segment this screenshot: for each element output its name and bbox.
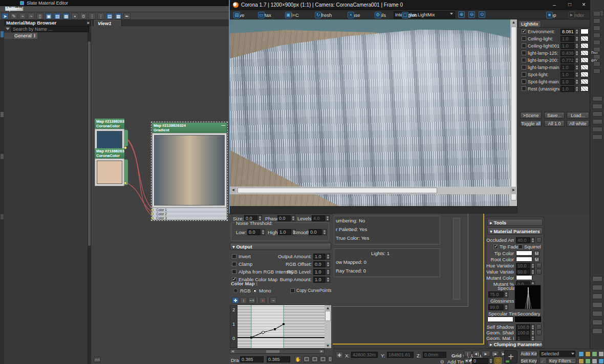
invert-checkbox[interactable] [232,254,236,259]
lightmix-color-swatch[interactable] [580,36,589,41]
smooth-field[interactable]: 0.0 [309,229,322,235]
lightmix-intensity-field[interactable]: 1.0 [560,86,574,92]
curve-point[interactable] [262,331,265,334]
status-tool-icon[interactable] [598,351,604,357]
lightmix-intensity-field[interactable]: 1.0 [560,43,574,49]
scrollbar-thumb[interactable] [511,27,516,200]
lightmix-checkbox[interactable] [522,72,526,77]
set-key-button[interactable]: Set Key [520,358,537,364]
status-tool-icon[interactable] [578,358,584,364]
mutant-color-swatch[interactable] [516,275,532,280]
node-collapse-icon[interactable]: — [222,123,226,127]
zoom-in-icon[interactable]: ⊕ [458,11,465,18]
transform-typein-icon[interactable]: ✚ [336,352,343,358]
lightmix-save--button[interactable]: Save... [544,112,565,119]
dialog-scrollbar[interactable] [453,218,460,300]
spinner[interactable] [531,263,535,269]
gradient-preview[interactable] [154,135,225,206]
map-button[interactable]: M [534,251,540,256]
lightmix-color-swatch[interactable] [580,79,589,84]
menu-utilities[interactable]: Utilities [5,6,21,12]
zoom-h-extents-icon[interactable] [311,356,318,362]
spinner[interactable] [531,237,535,243]
align-nodes-icon[interactable]: ▦ [115,13,122,19]
spinner[interactable] [261,229,265,235]
lightmix-intensity-field[interactable]: 1.0 [560,72,574,78]
lightmix-intensity-field[interactable]: 1.0 [560,79,574,85]
slot-input-socket[interactable] [151,213,154,215]
spinner[interactable] [575,29,579,35]
map-button[interactable]: M [534,257,540,262]
curve-point[interactable] [274,328,276,330]
scroll-up-icon[interactable]: ▲ [510,19,517,26]
spinner[interactable] [531,269,535,275]
slot-color-3[interactable]: Color 3 [152,216,227,220]
curve-v-scrollbar[interactable]: ▲ ▼ [325,305,331,348]
output-rollout[interactable]: ▾ Output [230,243,331,250]
vfb-title-bar[interactable]: Corona 1.7 | 1200×900px (1:1) | Camera: … [230,0,591,10]
move-point-icon[interactable]: ✚ [232,297,239,304]
show-map-result-icon[interactable]: ▨ [54,13,61,19]
spinner[interactable] [504,304,508,310]
map-slot-button[interactable] [536,324,542,330]
copy-curvepoints-checkbox[interactable] [290,288,295,293]
lightmix--scene-button[interactable]: >Scene [520,112,542,119]
rgb-radio[interactable] [233,288,238,293]
frame-number-field[interactable]: 0 [472,358,488,364]
status-tool-icon[interactable] [585,351,591,357]
spinner[interactable] [575,64,579,71]
clumping-rollout[interactable]: ▸ Clumping Parameters [487,340,543,348]
status-tool-icon[interactable] [598,358,604,364]
spinner[interactable] [575,50,579,56]
search-input[interactable]: Search by Name ... [11,26,89,32]
spinner[interactable] [575,36,579,42]
output-amount-field[interactable]: 1.0 [313,254,326,260]
tip-fade-checkbox[interactable] [493,244,498,249]
y-coordinate-field[interactable]: 184801.81 [387,352,414,358]
auto-key-button[interactable]: Auto Key [520,351,537,357]
specular-field[interactable]: 75.0 [488,291,504,298]
color-swatch-preview[interactable] [97,161,122,184]
curve-plot[interactable] [238,305,325,348]
x-coordinate-field[interactable]: 42800.32m [351,352,378,358]
lightmix-color-swatch[interactable] [580,57,589,63]
map-slot-button[interactable] [536,263,542,268]
browser-scrollbar[interactable] [88,32,91,364]
value-variation-field[interactable]: 50.0 [516,269,530,275]
z-coordinate-field[interactable]: 0.0mm [423,352,446,358]
lightmix-load--button[interactable]: Load... [567,112,589,119]
lightmix-color-swatch[interactable] [580,72,589,77]
tab-lightmix[interactable]: LightMix [519,20,541,27]
next-frame-button[interactable]: |► [491,351,499,357]
curve-x-field[interactable]: 0.385 [240,356,264,362]
refresh-button[interactable]: ↻Refresh [313,11,333,18]
erase-button[interactable]: ×Erase [346,11,362,18]
tree-item-rgb-multiply[interactable]: RGB Multiply [4,33,14,39]
low-field[interactable]: 0.0 [247,229,261,235]
save-button[interactable]: ▤Save [232,11,246,18]
lightmix-checkbox[interactable] [522,43,526,48]
lightmix-checkbox[interactable] [522,58,526,62]
secondary-swatch[interactable] [515,316,541,322]
vfb-horizontal-scrollbar[interactable]: ◄ ► [230,187,517,194]
selection-set-dropdown[interactable]: Selected [540,351,575,357]
lightmix-all-1-0-button[interactable]: All 1.0 [544,120,565,127]
status-tool-icon[interactable] [578,351,584,357]
lightmix-intensity-field[interactable]: 1.0 [560,64,574,71]
phase-field[interactable]: 0.0 [277,215,291,221]
close-icon[interactable]: × [582,1,586,8]
show-numbers-icon[interactable]: 0 [80,13,87,19]
clamp-checkbox[interactable] [232,262,236,266]
layout-all-icon[interactable]: ⋮ [97,13,104,19]
spinner[interactable] [504,291,508,298]
scrollbar-thumb[interactable] [88,41,91,246]
lightmix-color-swatch[interactable] [580,29,589,34]
close-icon[interactable]: × [87,20,90,26]
scroll-left-icon[interactable]: ◄ [230,187,236,194]
render-image[interactable] [230,19,510,206]
prev-frame-button[interactable]: ◄| [472,351,480,357]
connect-tool-icon[interactable]: ~ [19,13,26,19]
glossiness-field[interactable]: 99.0 [488,304,504,310]
curve-point[interactable] [283,323,285,325]
key-filter-figure-icon[interactable]: ☄ [540,357,547,364]
